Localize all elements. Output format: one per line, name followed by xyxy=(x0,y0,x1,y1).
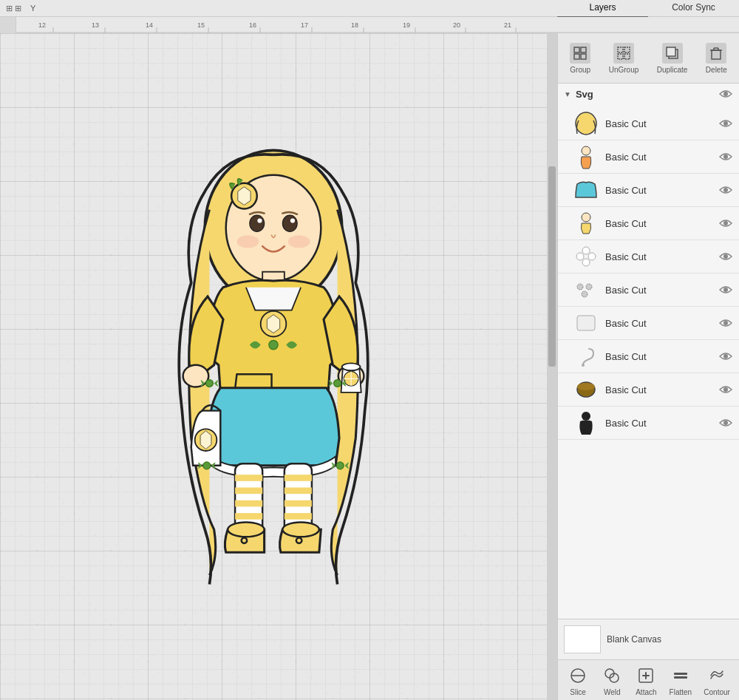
canvas-area[interactable]: 2 3 4 5 6 7 8 9 10 11 12 xyxy=(0,33,557,700)
svg-point-74 xyxy=(297,539,301,543)
svg-point-100 xyxy=(723,154,728,159)
layer-eye-10[interactable] xyxy=(718,415,733,430)
ruler-bar: 12 13 14 15 16 17 18 19 20 21 xyxy=(0,17,739,33)
group-button[interactable]: Group xyxy=(565,40,595,77)
svg-point-77 xyxy=(206,380,214,387)
layer-item-1[interactable]: Basic Cut xyxy=(558,107,739,140)
svg-point-109 xyxy=(577,284,583,290)
svg-text:16: 16 xyxy=(249,21,256,29)
layer-thumb-8 xyxy=(573,343,599,370)
svg-rect-127 xyxy=(674,673,687,675)
svg-root-arrow: ▼ xyxy=(564,90,571,98)
svg-text:19: 19 xyxy=(403,21,410,29)
layer-eye-3[interactable] xyxy=(718,183,733,197)
layer-item-5[interactable]: Basic Cut xyxy=(558,240,739,273)
attach-icon xyxy=(635,665,657,687)
layer-thumb-3 xyxy=(573,177,599,203)
delete-icon xyxy=(706,43,726,64)
svg-point-50 xyxy=(288,235,310,248)
weld-icon xyxy=(601,665,623,687)
svg-rect-61 xyxy=(235,487,262,494)
layer-eye-4[interactable] xyxy=(718,216,733,231)
slice-button[interactable]: Slice xyxy=(565,662,590,699)
svg-point-79 xyxy=(203,462,211,469)
layer-item-10[interactable]: Basic Cut xyxy=(558,407,739,440)
svg-text:15: 15 xyxy=(197,21,205,29)
weld-button[interactable]: Weld xyxy=(599,662,624,699)
layer-item-2[interactable]: Basic Cut xyxy=(558,140,739,174)
svg-text:20: 20 xyxy=(453,21,460,29)
svg-point-53 xyxy=(183,365,209,387)
duplicate-button[interactable]: Duplicate xyxy=(653,40,692,77)
contour-label: Contour xyxy=(704,688,730,696)
layer-item-8[interactable]: Basic Cut xyxy=(558,340,739,373)
layer-item-4[interactable]: Basic Cut xyxy=(558,207,739,240)
svg-point-115 xyxy=(582,364,585,367)
snap-controls: ⊞ ⊞ xyxy=(6,4,21,13)
y-coord: Y xyxy=(30,4,35,13)
character-container xyxy=(89,92,458,647)
layer-thumb-1 xyxy=(573,110,599,137)
ruler-horizontal: 12 13 14 15 16 17 18 19 20 21 xyxy=(16,17,739,33)
svg-point-99 xyxy=(582,146,590,155)
svg-point-116 xyxy=(723,354,728,359)
flatten-label: Flatten xyxy=(670,688,692,696)
svg-rect-91 xyxy=(712,50,721,59)
svg-text:18: 18 xyxy=(351,21,358,29)
layer-eye-9[interactable] xyxy=(718,382,733,397)
svg-point-96 xyxy=(723,92,728,96)
slice-label: Slice xyxy=(570,688,586,696)
panel-bottom-toolbar: Slice Weld Attach Flatten xyxy=(558,659,739,700)
layer-eye-1[interactable] xyxy=(718,116,733,131)
layer-item-3[interactable]: Basic Cut xyxy=(558,174,739,207)
contour-icon xyxy=(706,665,728,687)
svg-point-121 xyxy=(723,421,728,425)
layer-name-6: Basic Cut xyxy=(605,285,712,296)
attach-label: Attach xyxy=(636,688,656,696)
panel-tabs: Layers Color Sync xyxy=(557,0,739,18)
svg-rect-81 xyxy=(574,47,579,52)
svg-point-120 xyxy=(582,412,590,421)
svg-point-107 xyxy=(582,259,590,266)
scrollbar-thumb-v[interactable] xyxy=(548,166,556,367)
svg-point-118 xyxy=(577,383,595,390)
layer-eye-6[interactable] xyxy=(718,282,733,297)
ungroup-icon xyxy=(613,43,634,64)
blank-canvas-thumb xyxy=(564,625,601,653)
tab-colorsync[interactable]: Color Sync xyxy=(648,0,739,18)
svg-point-48 xyxy=(290,218,295,222)
layer-item-9[interactable]: Basic Cut xyxy=(558,373,739,407)
svg-text:14: 14 xyxy=(146,21,153,29)
svg-rect-85 xyxy=(618,47,623,52)
svg-point-72 xyxy=(282,522,319,537)
layer-name-2: Basic Cut xyxy=(605,152,712,163)
contour-button[interactable]: Contour xyxy=(702,662,732,699)
ungroup-button[interactable]: UnGroup xyxy=(605,40,644,77)
layer-name-3: Basic Cut xyxy=(605,185,712,196)
delete-button[interactable]: Delete xyxy=(701,40,732,77)
layer-thumb-5 xyxy=(573,243,599,270)
layer-item-6[interactable]: Basic Cut xyxy=(558,273,739,307)
layer-thumb-6 xyxy=(573,276,599,303)
attach-button[interactable]: Attach xyxy=(633,662,658,699)
svg-point-49 xyxy=(237,235,259,248)
layer-eye-8[interactable] xyxy=(718,349,733,364)
layer-eye-5[interactable] xyxy=(718,249,733,264)
svg-rect-86 xyxy=(624,47,630,52)
svg-root-label: Svg xyxy=(576,89,593,100)
svg-rect-67 xyxy=(285,500,312,507)
svg-root[interactable]: ▼ Svg xyxy=(558,84,739,104)
svg-rect-63 xyxy=(235,513,262,520)
layer-eye-2[interactable] xyxy=(718,149,733,164)
layer-item-7[interactable]: Basic Cut xyxy=(558,307,739,340)
svg-point-101 xyxy=(723,188,728,192)
canvas-scrollbar-v[interactable] xyxy=(547,33,557,700)
svg-text:13: 13 xyxy=(92,21,99,29)
svg-eye-icon[interactable] xyxy=(718,86,733,101)
layer-thumb-10 xyxy=(573,410,599,436)
flatten-button[interactable]: Flatten xyxy=(668,662,694,699)
layer-eye-7[interactable] xyxy=(718,316,733,330)
svg-point-110 xyxy=(586,284,592,290)
tab-layers[interactable]: Layers xyxy=(557,0,648,18)
svg-point-55 xyxy=(342,363,361,370)
